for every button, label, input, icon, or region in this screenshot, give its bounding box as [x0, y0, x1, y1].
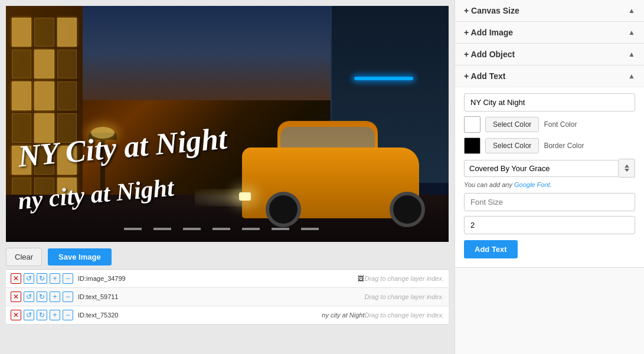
layers-section: ✕ ↺ ↻ + − ID:image_34799 🖼 Drag to chang… [6, 269, 449, 324]
add-text-content: Select Color Font Color Select Color Bor… [455, 87, 644, 267]
window [12, 18, 31, 47]
canvas-controls: Clear Save Image [6, 248, 449, 266]
panel-add-object: + Add Object ▲ [455, 44, 644, 65]
neon-sign [354, 77, 413, 80]
add-text-button[interactable]: Add Text [464, 240, 518, 258]
panel-add-image: + Add Image ▲ [455, 22, 644, 44]
taxi-light-beam [195, 189, 242, 206]
add-text-title: + Add Text [464, 71, 505, 81]
font-select-color-button[interactable]: Select Color [485, 117, 539, 132]
layer-icons: ✕ ↺ ↻ + − [11, 273, 73, 284]
layer-label-1: ID:image_34799 [78, 275, 357, 282]
text-input[interactable] [464, 93, 635, 112]
canvas-wrapper: NY City at Night ny city at Night [6, 6, 449, 242]
building-windows [12, 18, 77, 206]
layer-rotate-icon[interactable]: ↻ [37, 273, 47, 284]
add-image-title: + Add Image [464, 28, 513, 37]
window [57, 50, 77, 78]
layer-remove-icon[interactable]: − [63, 273, 73, 284]
layer-drag-hint-2: Drag to change layer index. [364, 293, 444, 300]
right-panel: + Canvas Size ▲ + Add Image ▲ + Add Obje… [455, 0, 644, 354]
window [12, 50, 31, 78]
border-select-color-button[interactable]: Select Color [485, 138, 539, 153]
window [57, 18, 77, 47]
window [34, 18, 54, 47]
window [57, 81, 77, 110]
font-size-input[interactable] [464, 193, 635, 211]
font-color-row: Select Color Font Color [464, 116, 635, 133]
layer-icon-1: 🖼 [358, 275, 364, 282]
clear-button[interactable]: Clear [6, 248, 42, 266]
canvas-size-arrow: ▲ [628, 6, 635, 15]
taxi-wheel-right [390, 192, 425, 227]
window [34, 81, 54, 110]
layer-delete-icon[interactable]: ✕ [11, 310, 21, 320]
add-image-header[interactable]: + Add Image ▲ [455, 22, 644, 43]
canvas-background: NY City at Night ny city at Night [6, 6, 449, 242]
layer-refresh-icon[interactable]: ↺ [24, 291, 34, 302]
layer-remove-icon[interactable]: − [63, 310, 73, 320]
layer-rotate-icon[interactable]: ↻ [37, 310, 47, 320]
taxi-wheel-left [266, 192, 301, 227]
canvas-size-header[interactable]: + Canvas Size ▲ [455, 0, 644, 21]
layer-add-icon[interactable]: + [50, 310, 60, 320]
font-color-label: Font Color [544, 120, 577, 129]
layer-row: ✕ ↺ ↻ + − ID:image_34799 🖼 Drag to chang… [6, 270, 449, 288]
layer-drag-hint-3: Drag to change layer index. [364, 312, 444, 319]
layer-rotate-icon[interactable]: ↻ [37, 291, 47, 302]
border-width-input[interactable] [464, 216, 635, 234]
font-select-row: Covered By Your Grace [464, 159, 635, 178]
google-font-link[interactable]: Google Font. [514, 181, 552, 188]
layer-row: ✕ ↺ ↻ + − ID:text_59711 Drag to change l… [6, 288, 449, 306]
layer-remove-icon[interactable]: − [63, 291, 73, 302]
google-font-note: You can add any Google Font. [464, 181, 635, 188]
taxi [242, 100, 431, 218]
layer-delete-icon[interactable]: ✕ [11, 291, 21, 302]
canvas-size-title: + Canvas Size [464, 6, 519, 15]
layer-row: ✕ ↺ ↻ + − ID:text_75320 ny city at Night… [6, 306, 449, 324]
font-select[interactable]: Covered By Your Grace [464, 160, 619, 177]
layer-add-icon[interactable]: + [50, 273, 60, 284]
layer-refresh-icon[interactable]: ↺ [24, 310, 34, 320]
add-image-arrow: ▲ [628, 28, 635, 37]
canvas-section: NY City at Night ny city at Night Clear … [0, 0, 455, 354]
window [34, 50, 54, 78]
layer-label-2: ID:text_59711 [78, 293, 364, 300]
save-image-button[interactable]: Save Image [48, 248, 112, 266]
panel-canvas-size: + Canvas Size ▲ [455, 0, 644, 22]
border-color-label: Border Color [544, 142, 584, 150]
window [12, 81, 31, 110]
panel-add-text: + Add Text ▲ Select Color Font Color Sel… [455, 65, 644, 268]
layer-icons: ✕ ↺ ↻ + − [11, 291, 73, 302]
font-select-spinner[interactable] [619, 159, 635, 178]
add-text-arrow: ▲ [628, 72, 635, 80]
add-object-header[interactable]: + Add Object ▲ [455, 44, 644, 65]
add-object-title: + Add Object [464, 50, 515, 59]
add-object-arrow: ▲ [628, 50, 635, 58]
add-text-header[interactable]: + Add Text ▲ [455, 65, 644, 87]
font-color-swatch [464, 116, 480, 133]
border-color-row: Select Color Border Color [464, 137, 635, 154]
layer-add-icon[interactable]: + [50, 291, 60, 302]
layer-refresh-icon[interactable]: ↺ [24, 273, 34, 284]
layer-label-3: ID:text_75320 [78, 312, 320, 319]
layer-icons: ✕ ↺ ↻ + − [11, 310, 73, 320]
layer-drag-hint-1: Drag to change layer index. [364, 275, 444, 282]
layer-delete-icon[interactable]: ✕ [11, 273, 21, 284]
road-marking [124, 228, 331, 230]
arrow-up-icon [625, 165, 629, 168]
border-color-swatch [464, 137, 480, 154]
arrow-down-icon [625, 169, 629, 172]
layer-text-preview: ny city at Night [322, 312, 364, 319]
